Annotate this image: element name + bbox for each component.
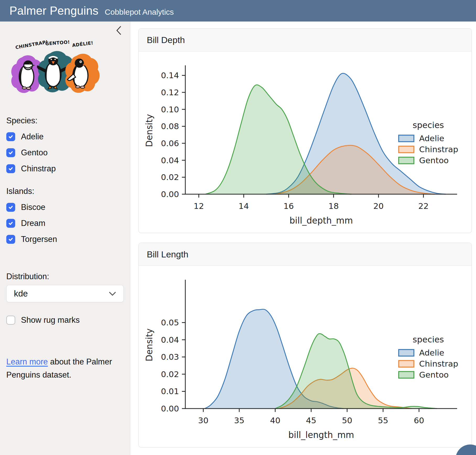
app-title: Palmer Penguins	[9, 0, 99, 22]
species-checkbox-group: AdelieGentooChinstrap	[6, 132, 124, 173]
islands-checkbox-group: BiscoeDreamTorgersen	[6, 203, 124, 244]
svg-text:0.04: 0.04	[161, 335, 179, 345]
penguins-illustration: CHINSTRAP! GENTOO! ADÉLIE!	[8, 38, 100, 104]
species-checkbox-label: Chinstrap	[21, 164, 56, 173]
svg-text:bill_depth_mm: bill_depth_mm	[290, 215, 353, 226]
bill-depth-kde-chart: 1214161820220.000.020.040.060.080.100.12…	[139, 51, 472, 233]
svg-text:0.14: 0.14	[161, 71, 179, 80]
svg-text:35: 35	[234, 416, 244, 425]
svg-text:55: 55	[378, 416, 388, 425]
distribution-select[interactable]: kde	[6, 285, 124, 302]
svg-text:60: 60	[414, 416, 424, 425]
bill-depth-card-title: Bill Depth	[139, 29, 472, 51]
rug-marks-checkbox[interactable]: Show rug marks	[6, 315, 124, 325]
bill-length-card: Bill Length 303540455055600.000.010.020.…	[138, 243, 472, 447]
svg-text:0.00: 0.00	[161, 189, 179, 199]
species-checkbox-label: Gentoo	[21, 148, 48, 157]
distribution-selected-value: kde	[14, 289, 28, 299]
svg-text:14: 14	[239, 201, 249, 211]
learn-more-link[interactable]: Learn more	[6, 357, 48, 366]
svg-text:0.02: 0.02	[161, 369, 179, 379]
svg-text:0.00: 0.00	[161, 404, 179, 413]
svg-text:22: 22	[418, 201, 429, 211]
islands-checkbox-label: Biscoe	[21, 203, 45, 212]
svg-text:0.05: 0.05	[161, 318, 179, 327]
svg-text:0.12: 0.12	[161, 88, 179, 97]
svg-text:20: 20	[373, 201, 383, 211]
species-checkbox-gentoo[interactable]: Gentoo	[6, 148, 124, 157]
penguin-label-chinstrap: CHINSTRAP!	[15, 39, 48, 50]
svg-text:Adelie: Adelie	[419, 348, 444, 357]
checkbox-checked-icon	[6, 164, 15, 173]
species-checkbox-chinstrap[interactable]: Chinstrap	[6, 164, 124, 173]
sidebar-collapse-button[interactable]	[115, 26, 122, 35]
app-header: Palmer Penguins Cobblepot Analytics	[0, 0, 476, 22]
sidebar: CHINSTRAP! GENTOO! ADÉLIE! Species: Adel…	[0, 22, 130, 455]
svg-text:50: 50	[342, 416, 352, 425]
checkbox-checked-icon	[6, 203, 15, 212]
bill-depth-card: Bill Depth 1214161820220.000.020.040.060…	[138, 28, 472, 233]
page-layout: CHINSTRAP! GENTOO! ADÉLIE! Species: Adel…	[0, 22, 476, 455]
chevron-down-icon	[109, 292, 116, 296]
svg-text:Chinstrap: Chinstrap	[419, 145, 458, 154]
svg-text:bill_length_mm: bill_length_mm	[288, 430, 354, 440]
svg-text:0.08: 0.08	[161, 121, 179, 131]
svg-text:species: species	[413, 335, 444, 345]
svg-text:species: species	[413, 120, 444, 130]
islands-checkbox-dream[interactable]: Dream	[6, 219, 124, 228]
islands-checkbox-biscoe[interactable]: Biscoe	[6, 203, 124, 212]
penguin-label-gentoo: GENTOO!	[45, 39, 70, 46]
svg-text:0.06: 0.06	[161, 139, 179, 148]
main-content: Bill Depth 1214161820220.000.020.040.060…	[130, 22, 476, 455]
svg-text:0.03: 0.03	[161, 352, 179, 362]
species-section-label: Species:	[6, 116, 124, 125]
svg-text:30: 30	[198, 416, 208, 425]
bill-length-card-title: Bill Length	[139, 243, 472, 266]
svg-text:Chinstrap: Chinstrap	[419, 359, 458, 368]
svg-text:45: 45	[306, 416, 316, 425]
checkbox-checked-icon	[6, 235, 15, 244]
svg-text:40: 40	[270, 416, 280, 425]
species-checkbox-adelie[interactable]: Adelie	[6, 132, 124, 141]
svg-text:Adelie: Adelie	[419, 134, 444, 143]
svg-text:Gentoo: Gentoo	[419, 370, 449, 379]
svg-text:0.04: 0.04	[161, 156, 179, 165]
checkbox-unchecked-icon	[6, 316, 15, 325]
svg-text:12: 12	[194, 201, 204, 211]
svg-text:0.01: 0.01	[161, 387, 179, 396]
checkbox-checked-icon	[6, 219, 15, 228]
svg-text:Gentoo: Gentoo	[419, 156, 449, 165]
islands-section-label: Islands:	[6, 187, 124, 196]
svg-text:18: 18	[328, 201, 339, 211]
bill-length-kde-chart: 303540455055600.000.010.020.030.040.05bi…	[139, 266, 472, 447]
bill-length-plot: 303540455055600.000.010.020.030.040.05bi…	[139, 266, 472, 447]
islands-checkbox-label: Dream	[21, 219, 45, 228]
svg-text:Density: Density	[144, 329, 154, 361]
svg-text:Density: Density	[144, 114, 154, 147]
bill-depth-plot: 1214161820220.000.020.040.060.080.100.12…	[139, 51, 472, 233]
checkbox-checked-icon	[6, 132, 15, 141]
species-checkbox-label: Adelie	[21, 132, 44, 141]
app-subtitle: Cobblepot Analytics	[105, 8, 174, 17]
penguin-label-adelie: ADÉLIE!	[72, 40, 94, 48]
checkbox-checked-icon	[6, 148, 15, 157]
learn-more-text: Learn more about the Palmer Penguins dat…	[6, 355, 121, 382]
rug-marks-label: Show rug marks	[21, 315, 80, 325]
svg-text:16: 16	[284, 201, 294, 211]
distribution-label: Distribution:	[6, 272, 124, 281]
islands-checkbox-torgersen[interactable]: Torgersen	[6, 235, 124, 244]
chevron-left-icon	[116, 26, 122, 35]
svg-text:0.10: 0.10	[161, 105, 179, 114]
islands-checkbox-label: Torgersen	[21, 235, 57, 244]
svg-text:0.02: 0.02	[161, 172, 179, 182]
